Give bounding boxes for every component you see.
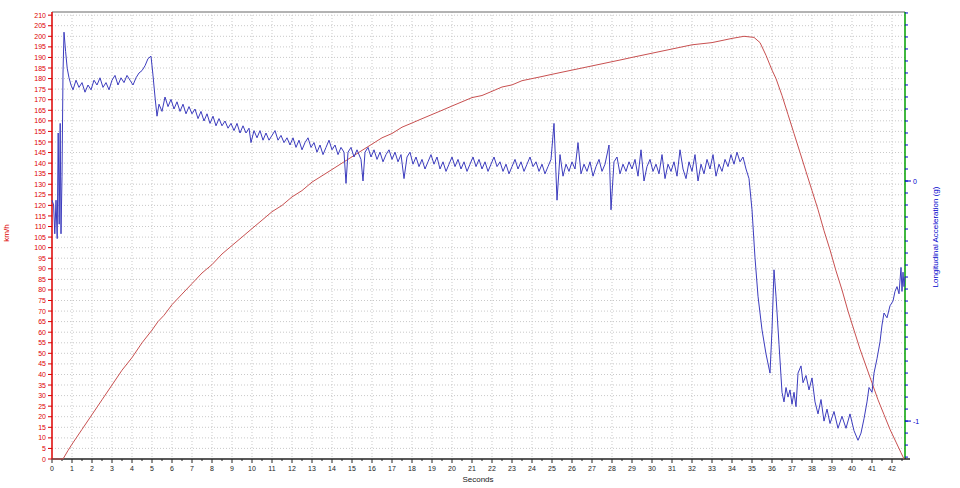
left-tick-label: 70 [38, 308, 46, 315]
x-tick-label: 22 [488, 465, 496, 472]
x-tick-label: 12 [288, 465, 296, 472]
x-tick-label: 39 [828, 465, 836, 472]
y-axis-label-left: km/h [0, 203, 14, 263]
x-tick-label: 1 [70, 465, 74, 472]
left-tick-label: 60 [38, 329, 46, 336]
x-tick-label: 30 [648, 465, 656, 472]
x-tick-label: 35 [748, 465, 756, 472]
x-tick-label: 23 [508, 465, 516, 472]
y-axis-label-right: Longitudinal Acceleration (g) [929, 152, 943, 322]
left-tick-label: 195 [34, 43, 46, 50]
x-tick-label: 11 [268, 465, 275, 472]
x-tick-label: 4 [130, 465, 134, 472]
left-tick-label: 5 [42, 445, 46, 452]
x-tick-label: 2 [90, 465, 94, 472]
left-tick-label: 40 [38, 371, 46, 378]
x-tick-label: 9 [230, 465, 234, 472]
x-tick-label: 25 [548, 465, 556, 472]
chart-canvas: 0510152025303540455055606570758085909510… [0, 0, 960, 488]
performance-test-chart: 0510152025303540455055606570758085909510… [0, 0, 960, 488]
x-tick-label: 21 [468, 465, 476, 472]
x-tick-label: 20 [448, 465, 456, 472]
left-tick-label: 35 [38, 382, 46, 389]
left-tick-label: 155 [34, 128, 46, 135]
x-tick-label: 32 [688, 465, 696, 472]
x-tick-label: 10 [248, 465, 256, 472]
left-tick-label: 65 [38, 318, 46, 325]
gridlines [52, 12, 905, 459]
left-tick-label: 210 [34, 12, 46, 19]
left-tick-label: 45 [38, 360, 46, 367]
x-axis-label: Seconds [398, 473, 558, 487]
x-tick-label: 38 [808, 465, 816, 472]
x-tick-label: 18 [408, 465, 416, 472]
x-tick-label: 19 [428, 465, 436, 472]
x-tick-label: 24 [528, 465, 536, 472]
x-tick-label: 6 [170, 465, 174, 472]
x-tick-label: 15 [348, 465, 356, 472]
left-tick-label: 80 [38, 286, 46, 293]
x-tick-label: 40 [848, 465, 856, 472]
left-tick-label: 185 [34, 65, 46, 72]
left-tick-label: 170 [34, 96, 46, 103]
left-tick-label: 145 [34, 149, 46, 156]
left-tick-label: 205 [34, 22, 46, 29]
x-tick-label: 42 [888, 465, 896, 472]
x-tick-label: 31 [668, 465, 676, 472]
x-tick-label: 14 [328, 465, 336, 472]
x-tick-label: 34 [728, 465, 736, 472]
x-tick-label: 41 [868, 465, 876, 472]
left-tick-label: 75 [38, 297, 46, 304]
left-tick-label: 50 [38, 350, 46, 357]
left-tick-label: 125 [34, 191, 46, 198]
left-tick-label: 160 [34, 117, 46, 124]
left-tick-label: 90 [38, 265, 46, 272]
left-tick-label: 180 [34, 75, 46, 82]
left-tick-label: 200 [34, 33, 46, 40]
left-tick-label: 130 [34, 181, 46, 188]
x-tick-label: 8 [210, 465, 214, 472]
left-tick-label: 95 [38, 255, 46, 262]
x-tick-label: 36 [768, 465, 776, 472]
left-tick-label: 20 [38, 413, 46, 420]
left-tick-label: 30 [38, 392, 46, 399]
x-tick-label: 5 [150, 465, 154, 472]
left-tick-label: 105 [34, 234, 46, 241]
left-tick-label: 135 [34, 170, 46, 177]
acceleration-trace-line [52, 32, 905, 440]
x-tick-label: 26 [568, 465, 576, 472]
x-tick-label: 0 [50, 465, 54, 472]
x-tick-label: 17 [388, 465, 396, 472]
left-axis-ticks: 0510152025303540455055606570758085909510… [34, 12, 52, 463]
left-tick-label: 110 [35, 223, 46, 230]
x-tick-label: 3 [110, 465, 114, 472]
x-tick-label: 33 [708, 465, 716, 472]
x-tick-label: 13 [308, 465, 316, 472]
data-series [52, 32, 905, 459]
right-axis-ticks: 6543210-1-2-3-4-5-6-7-8-9-10-11 [905, 0, 923, 488]
left-tick-label: 15 [38, 424, 46, 431]
left-tick-label: 190 [34, 54, 46, 61]
x-tick-label: 7 [190, 465, 194, 472]
x-tick-label: 37 [788, 465, 796, 472]
left-tick-label: 115 [35, 213, 46, 220]
x-tick-label: 29 [628, 465, 636, 472]
left-tick-label: 85 [38, 276, 46, 283]
x-tick-label: 16 [368, 465, 376, 472]
left-tick-label: 120 [34, 202, 46, 209]
left-tick-label: 100 [34, 244, 46, 251]
left-tick-label: 55 [38, 339, 46, 346]
x-tick-label: 27 [588, 465, 596, 472]
left-tick-label: 150 [34, 139, 46, 146]
left-tick-label: 165 [34, 107, 46, 114]
left-tick-label: 0 [42, 456, 46, 463]
right-tick-label: 0 [913, 178, 917, 185]
left-tick-label: 10 [38, 434, 46, 441]
left-tick-label: 140 [34, 160, 46, 167]
right-tick-label: -1 [913, 418, 919, 425]
left-tick-label: 175 [34, 86, 46, 93]
left-tick-label: 25 [38, 403, 46, 410]
x-axis-ticks: 0123456789101112131415161718192021222324… [50, 459, 902, 472]
x-tick-label: 28 [608, 465, 616, 472]
